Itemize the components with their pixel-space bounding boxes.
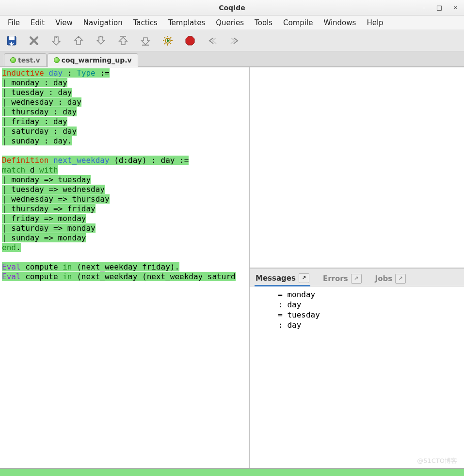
stop-icon[interactable] xyxy=(183,34,197,48)
menu-templates[interactable]: Templates xyxy=(163,16,210,29)
detach-icon[interactable]: ↗ xyxy=(299,273,309,283)
menu-view[interactable]: View xyxy=(50,16,78,29)
output-tab-jobs[interactable]: Jobs↗ xyxy=(374,272,407,286)
svg-point-4 xyxy=(56,36,57,38)
undo-focus-icon[interactable] xyxy=(206,34,219,48)
svg-line-17 xyxy=(170,43,171,44)
gear-run-icon[interactable] xyxy=(161,34,175,48)
output-tabs: Messages↗Errors↗Jobs↗ xyxy=(250,269,464,286)
tabbar: test.vcoq_warming_up.v xyxy=(0,51,464,67)
right-pane: Messages↗Errors↗Jobs↗ = monday : day = t… xyxy=(250,67,464,468)
next-focus-icon[interactable] xyxy=(228,34,241,48)
toolbar xyxy=(0,30,464,51)
statusbar xyxy=(0,468,464,476)
close-button[interactable]: × xyxy=(451,3,460,12)
code-editor[interactable]: Inductive day : Type :=| monday : day| t… xyxy=(0,67,249,282)
svg-line-16 xyxy=(164,37,165,38)
menubar: FileEditViewNavigationTacticsTemplatesQu… xyxy=(0,16,464,30)
menu-help[interactable]: Help xyxy=(362,16,388,29)
output-tab-messages[interactable]: Messages↗ xyxy=(255,271,310,286)
minimize-button[interactable]: – xyxy=(420,3,428,12)
messages-output[interactable]: = monday : day = tuesday : day xyxy=(250,286,464,469)
editor-pane[interactable]: Inductive day : Type :=| monday : day| t… xyxy=(0,67,250,468)
output-tab-label: Jobs xyxy=(375,274,393,283)
back-one-icon[interactable] xyxy=(72,34,85,48)
output-tab-errors[interactable]: Errors↗ xyxy=(322,272,363,286)
menu-edit[interactable]: Edit xyxy=(26,16,49,29)
file-tab[interactable]: test.v xyxy=(4,53,47,66)
svg-line-18 xyxy=(164,43,165,44)
to-cursor-icon[interactable] xyxy=(139,34,152,48)
svg-marker-21 xyxy=(186,36,194,45)
menu-windows[interactable]: Windows xyxy=(319,16,361,29)
titlebar: CoqIde – □ × xyxy=(0,0,464,16)
menu-file[interactable]: File xyxy=(3,16,25,29)
window-title: CoqIde xyxy=(219,4,245,12)
svg-line-19 xyxy=(170,37,171,38)
tab-label: coq_warming_up.v xyxy=(62,56,132,64)
output-pane: Messages↗Errors↗Jobs↗ = monday : day = t… xyxy=(250,269,464,469)
svg-point-7 xyxy=(100,35,101,36)
tab-label: test.v xyxy=(18,56,40,64)
menu-queries[interactable]: Queries xyxy=(211,16,249,29)
workspace: Inductive day : Type :=| monday : day| t… xyxy=(0,67,464,468)
output-tab-label: Messages xyxy=(256,274,296,283)
svg-point-5 xyxy=(78,36,80,38)
svg-point-8 xyxy=(102,36,103,37)
back-line-icon[interactable] xyxy=(116,34,130,48)
svg-rect-1 xyxy=(9,36,15,40)
forward-line-icon[interactable] xyxy=(94,34,108,48)
forward-one-icon[interactable] xyxy=(49,34,63,48)
tab-status-dot-icon xyxy=(10,57,16,63)
close-doc-icon[interactable] xyxy=(27,34,41,48)
detach-icon[interactable]: ↗ xyxy=(351,274,362,284)
maximize-button[interactable]: □ xyxy=(434,3,444,12)
svg-point-6 xyxy=(98,36,99,37)
detach-icon[interactable]: ↗ xyxy=(395,274,406,284)
file-tab[interactable]: coq_warming_up.v xyxy=(48,53,138,67)
goal-pane[interactable] xyxy=(250,67,464,269)
window-controls: – □ × xyxy=(420,3,460,12)
tab-status-dot-icon xyxy=(54,57,60,63)
menu-tactics[interactable]: Tactics xyxy=(128,16,162,29)
output-tab-label: Errors xyxy=(323,274,348,283)
menu-compile[interactable]: Compile xyxy=(278,16,318,29)
menu-navigation[interactable]: Navigation xyxy=(79,16,128,29)
menu-tools[interactable]: Tools xyxy=(250,16,277,29)
save-icon[interactable] xyxy=(5,34,18,48)
